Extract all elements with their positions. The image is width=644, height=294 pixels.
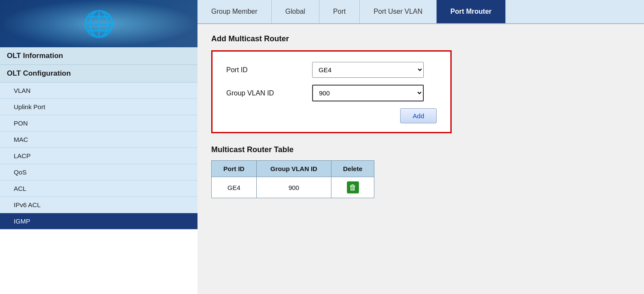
delete-button[interactable]: 🗑 bbox=[347, 181, 359, 193]
col-header-delete: Delete bbox=[331, 161, 374, 177]
tab-port-mrouter[interactable]: Port Mrouter bbox=[437, 0, 506, 23]
col-header-port-id: Port ID bbox=[212, 161, 257, 177]
group-vlan-id-label: Group VLAN ID bbox=[226, 89, 312, 97]
add-multicast-router-form: Port ID GE1 GE2 GE3 GE4 GE5 GE6 GE7 GE8 … bbox=[211, 50, 452, 133]
tab-bar: Group Member Global Port Port User VLAN … bbox=[197, 0, 644, 24]
tab-group-member[interactable]: Group Member bbox=[197, 0, 272, 23]
sidebar-item-lacp[interactable]: LACP bbox=[0, 148, 197, 164]
table-row: GE4 900 🗑 bbox=[212, 177, 374, 198]
cell-group-vlan-id: 900 bbox=[256, 177, 331, 198]
tab-port-user-vlan[interactable]: Port User VLAN bbox=[360, 0, 437, 23]
sidebar-item-mac[interactable]: MAC bbox=[0, 132, 197, 148]
sidebar-section-olt-info: OLT Information bbox=[0, 47, 197, 65]
sidebar-section-olt-config: OLT Configuration bbox=[0, 65, 197, 83]
sidebar-item-qos[interactable]: QoS bbox=[0, 164, 197, 181]
table-section-title: Multicast Router Table bbox=[211, 145, 630, 154]
add-section-title: Add Multicast Router bbox=[211, 34, 630, 43]
sidebar-item-uplink-port[interactable]: Uplink Port bbox=[0, 99, 197, 115]
port-id-label: Port ID bbox=[226, 66, 312, 74]
sidebar-item-ipv6-acl[interactable]: IPv6 ACL bbox=[0, 197, 197, 213]
group-vlan-id-select[interactable]: 100 200 300 400 500 600 700 800 900 1000 bbox=[312, 85, 424, 101]
sidebar-item-pon[interactable]: PON bbox=[0, 115, 197, 132]
cell-port-id: GE4 bbox=[212, 177, 257, 198]
sidebar: OLT Information OLT Configuration VLAN U… bbox=[0, 0, 197, 294]
port-id-row: Port ID GE1 GE2 GE3 GE4 GE5 GE6 GE7 GE8 bbox=[226, 62, 437, 78]
sidebar-header-image bbox=[0, 0, 197, 47]
cell-delete: 🗑 bbox=[331, 177, 374, 198]
tab-port[interactable]: Port bbox=[319, 0, 360, 23]
main-content: Group Member Global Port Port User VLAN … bbox=[197, 0, 644, 294]
sidebar-item-vlan[interactable]: VLAN bbox=[0, 83, 197, 99]
sidebar-nav: OLT Information OLT Configuration VLAN U… bbox=[0, 47, 197, 294]
add-button-row: Add bbox=[226, 108, 437, 123]
page-body: Add Multicast Router Port ID GE1 GE2 GE3… bbox=[197, 24, 644, 294]
sidebar-item-acl[interactable]: ACL bbox=[0, 181, 197, 197]
add-button[interactable]: Add bbox=[400, 108, 437, 123]
trash-icon: 🗑 bbox=[347, 181, 359, 193]
multicast-router-table: Port ID Group VLAN ID Delete GE4 bbox=[211, 160, 374, 198]
sidebar-item-igmp[interactable]: IGMP bbox=[0, 213, 197, 230]
col-header-group-vlan-id: Group VLAN ID bbox=[256, 161, 331, 177]
tab-global[interactable]: Global bbox=[272, 0, 319, 23]
group-vlan-id-row: Group VLAN ID 100 200 300 400 500 600 70… bbox=[226, 85, 437, 101]
port-id-select[interactable]: GE1 GE2 GE3 GE4 GE5 GE6 GE7 GE8 bbox=[312, 62, 424, 78]
